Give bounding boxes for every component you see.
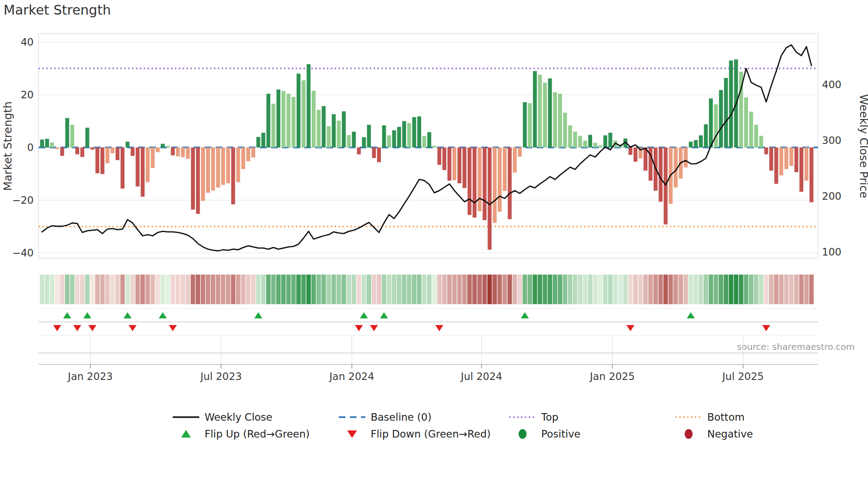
flip-up-marker bbox=[254, 312, 262, 318]
heatmap-cell bbox=[136, 275, 140, 304]
heatmap-cell bbox=[226, 275, 230, 304]
heatmap-cell bbox=[397, 275, 401, 304]
strength-bar bbox=[377, 147, 381, 162]
heatmap-cell bbox=[497, 275, 502, 304]
heatmap-cell bbox=[55, 275, 59, 304]
right-tick-label: 300 bbox=[822, 135, 841, 146]
strength-bar bbox=[513, 147, 517, 173]
heatmap-cell bbox=[503, 275, 507, 304]
strength-bar bbox=[372, 147, 376, 158]
legend-item-label: Negative bbox=[707, 428, 753, 440]
heatmap-cell bbox=[176, 275, 180, 304]
heatmap-cell bbox=[633, 275, 638, 304]
heatmap-cell bbox=[166, 275, 170, 304]
strength-bar bbox=[161, 144, 165, 147]
heatmap-cell bbox=[306, 275, 311, 304]
flip-marker-row bbox=[39, 309, 818, 364]
strength-bar bbox=[221, 147, 225, 185]
strength-bar bbox=[317, 110, 321, 147]
heatmap-cell bbox=[542, 275, 547, 304]
heatmap-cell bbox=[372, 275, 376, 304]
heatmap-cell bbox=[75, 275, 79, 304]
heatmap-cell bbox=[462, 275, 467, 304]
heatmap-cell bbox=[573, 275, 577, 304]
strength-bar bbox=[704, 124, 708, 147]
heatmap-cell bbox=[749, 275, 753, 304]
strength-bar bbox=[352, 132, 356, 147]
heatmap-cell bbox=[467, 275, 472, 304]
flip-down-marker bbox=[128, 325, 136, 331]
heatmap-cell bbox=[367, 275, 371, 304]
strength-bar bbox=[558, 94, 562, 147]
strength-bar bbox=[744, 97, 748, 147]
strength-bar bbox=[191, 147, 195, 209]
strength-bar bbox=[754, 125, 758, 147]
strength-bar bbox=[392, 130, 396, 147]
heatmap-cell bbox=[734, 275, 738, 304]
flip-down-marker bbox=[762, 325, 770, 331]
legend-item: Flip Down (Green→Red) bbox=[347, 428, 491, 440]
heatmap-cell bbox=[382, 275, 386, 304]
heatmap-cell bbox=[50, 275, 54, 304]
right-axis-label: Weekly Close Price bbox=[857, 94, 868, 198]
left-tick-label: 40 bbox=[21, 36, 34, 48]
strength-bar bbox=[468, 147, 472, 215]
heatmap-cell bbox=[452, 275, 457, 304]
heatmap-cell bbox=[387, 275, 391, 304]
heatmap-cell bbox=[201, 275, 205, 304]
heatmap-cell bbox=[683, 275, 688, 304]
x-tick-label: Jan 2024 bbox=[329, 371, 374, 382]
strength-bar bbox=[724, 78, 728, 147]
strength-bar bbox=[608, 133, 612, 147]
strength-bar bbox=[664, 147, 668, 225]
legend-triangle-up-icon bbox=[181, 430, 191, 438]
strength-bar bbox=[267, 94, 271, 147]
strength-bar bbox=[473, 147, 477, 217]
strength-bar bbox=[90, 147, 94, 150]
heatmap-cell bbox=[105, 275, 110, 304]
heatmap-cell bbox=[674, 275, 678, 304]
heatmap-cell bbox=[653, 275, 658, 304]
heatmap-cell bbox=[155, 275, 160, 304]
strength-bar bbox=[291, 97, 295, 147]
strength-bar bbox=[407, 123, 411, 147]
heatmap-cell bbox=[276, 275, 281, 304]
heatmap-cell bbox=[347, 275, 351, 304]
heatmap-cell bbox=[236, 275, 240, 304]
heatmap-cell bbox=[804, 275, 809, 304]
strength-bar bbox=[729, 61, 733, 147]
heatmap-cell bbox=[432, 275, 437, 304]
heatmap-cell bbox=[45, 275, 49, 304]
heatmap-cell bbox=[618, 275, 623, 304]
market-strength-chart: Market Strength Market Strength Weekly C… bbox=[0, 0, 868, 488]
legend-item: Bottom bbox=[675, 411, 744, 423]
strength-bar bbox=[70, 125, 74, 147]
flip-down-marker bbox=[355, 325, 363, 331]
flip-up-marker bbox=[124, 312, 132, 318]
heatmap-cell bbox=[643, 275, 648, 304]
strength-bar bbox=[528, 103, 532, 147]
strength-bar bbox=[65, 118, 69, 147]
heatmap-cell bbox=[40, 275, 44, 304]
flip-down-marker bbox=[435, 325, 443, 331]
strength-bar bbox=[136, 147, 140, 186]
strength-bar bbox=[85, 128, 89, 147]
heatmap-cell bbox=[488, 275, 492, 304]
heatmap-cell bbox=[100, 275, 105, 304]
heatmap-cell bbox=[638, 275, 643, 304]
heatmap-cell bbox=[789, 275, 794, 304]
heatmap-cell bbox=[588, 275, 593, 304]
heatmap-cell bbox=[402, 275, 407, 304]
flip-down-marker bbox=[53, 325, 61, 331]
strength-bar bbox=[126, 142, 130, 147]
strength-bar bbox=[769, 147, 773, 170]
heatmap-cell bbox=[266, 275, 271, 304]
strength-bar bbox=[593, 143, 597, 147]
strength-bar bbox=[246, 147, 250, 161]
heatmap-cell bbox=[678, 275, 683, 304]
heatmap-cell bbox=[774, 275, 779, 304]
heatmap-cell bbox=[115, 275, 120, 304]
legend-item-label: Weekly Close bbox=[205, 411, 272, 423]
x-tick-label: Jul 2023 bbox=[199, 371, 242, 382]
strength-bar bbox=[709, 98, 713, 147]
